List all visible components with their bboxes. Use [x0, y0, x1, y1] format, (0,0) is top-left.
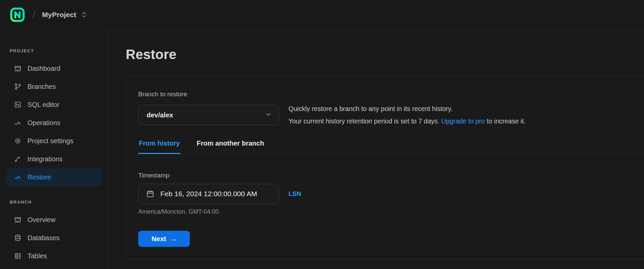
- sidebar-item-label: Integrations: [28, 155, 63, 163]
- branch-select-value: dev/alex: [147, 111, 173, 119]
- sidebar-item-label: Tables: [28, 252, 47, 260]
- sidebar-item-project-settings[interactable]: Project settings: [6, 132, 102, 150]
- sidebar-item-label: Project settings: [28, 137, 73, 145]
- gear-icon: [14, 137, 22, 145]
- next-button[interactable]: Next→: [138, 231, 190, 247]
- description-line1: Quickly restore a branch to any point in…: [288, 103, 526, 115]
- branch-select[interactable]: dev/alex: [138, 105, 279, 125]
- sidebar-item-integrations[interactable]: Integrations: [6, 150, 102, 168]
- sidebar-item-label: Operations: [28, 119, 60, 127]
- sql-editor-icon: [14, 101, 22, 109]
- restore-tabs: From history From another branch: [138, 140, 644, 154]
- restore-icon: [14, 173, 22, 181]
- sidebar-item-label: Restore: [28, 173, 51, 181]
- page-title: Restore: [126, 47, 644, 62]
- restore-description: Quickly restore a branch to any point in…: [288, 103, 526, 127]
- app-window: / MyProject PROJECT Dashboard: [0, 0, 644, 269]
- tables-icon: [14, 252, 22, 260]
- sidebar-item-label: Databases: [28, 234, 60, 242]
- operations-icon: [14, 119, 22, 127]
- sidebar-item-label: Branches: [28, 83, 56, 91]
- top-bar: / MyProject: [0, 0, 644, 30]
- tab-from-history[interactable]: From history: [138, 140, 180, 154]
- integrations-icon: [14, 155, 22, 163]
- sidebar-item-overview[interactable]: Overview: [6, 211, 102, 229]
- sidebar-item-dashboard[interactable]: Dashboard: [6, 59, 102, 77]
- chevron-down-icon: [265, 111, 272, 119]
- main-content: Restore Branch to restore dev/alex Quick…: [108, 30, 644, 269]
- description-line2: Your current history retention period is…: [288, 115, 526, 127]
- timestamp-value: Feb 16, 2024 12:00:00.000 AM: [160, 190, 257, 198]
- branches-icon: [14, 83, 22, 91]
- sidebar-item-operations[interactable]: Operations: [6, 114, 102, 132]
- calendar-icon: [146, 190, 155, 198]
- lsn-link[interactable]: LSN: [288, 190, 301, 198]
- sidebar-item-branches[interactable]: Branches: [6, 77, 102, 96]
- tab-from-another-branch[interactable]: From another branch: [196, 140, 265, 154]
- restore-card: Branch to restore dev/alex Quickly resto…: [126, 75, 644, 259]
- sidebar-section-project: PROJECT: [0, 48, 108, 53]
- neon-logo-icon[interactable]: [10, 7, 25, 22]
- databases-icon: [14, 234, 22, 242]
- arrow-right-icon: →: [170, 235, 176, 243]
- dashboard-icon: [14, 64, 22, 72]
- project-name[interactable]: MyProject: [42, 11, 76, 19]
- sidebar-item-sql-editor[interactable]: SQL editor: [6, 96, 102, 114]
- upgrade-to-pro-link[interactable]: Upgrade to pro: [441, 117, 485, 125]
- next-button-label: Next: [152, 235, 166, 243]
- timezone-note: America/Moncton, GMT-04:00: [138, 208, 644, 215]
- sidebar-item-restore[interactable]: Restore: [6, 168, 102, 186]
- sidebar-item-tables[interactable]: Tables: [6, 247, 102, 265]
- sidebar-item-label: SQL editor: [28, 101, 59, 109]
- sidebar-item-label: Dashboard: [28, 65, 60, 72]
- sidebar-item-databases[interactable]: Databases: [6, 229, 102, 247]
- sidebar: PROJECT Dashboard Branches: [0, 30, 108, 269]
- sidebar-section-branch: BRANCH: [0, 200, 108, 205]
- chevron-up-down-icon[interactable]: [81, 11, 87, 18]
- branch-select-label: Branch to restore: [138, 91, 644, 98]
- overview-icon: [14, 216, 22, 224]
- timestamp-label: Timestamp: [138, 172, 644, 179]
- timestamp-input[interactable]: Feb 16, 2024 12:00:00.000 AM: [138, 184, 279, 204]
- sidebar-item-label: Overview: [28, 216, 55, 224]
- breadcrumb-separator: /: [33, 9, 35, 20]
